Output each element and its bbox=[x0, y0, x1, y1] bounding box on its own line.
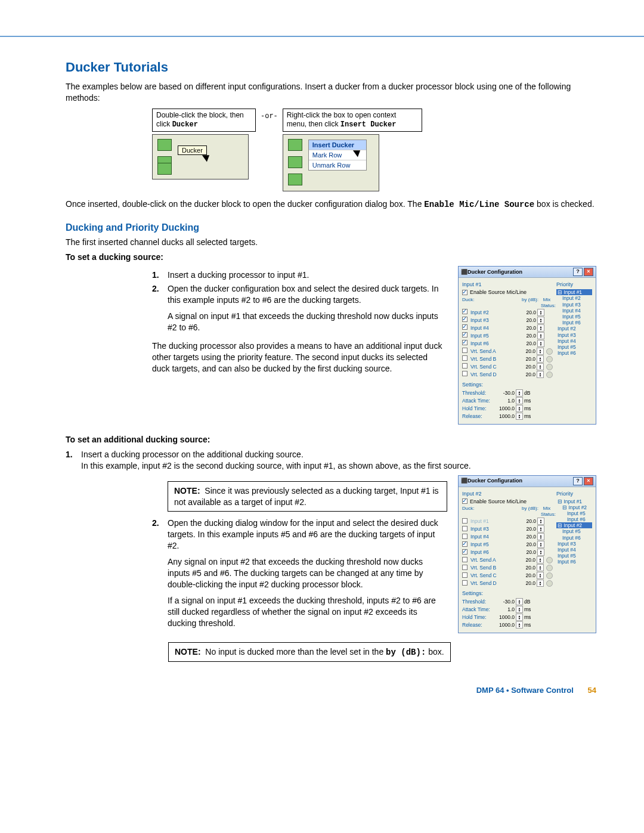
duck-row: Input #6 20.0 bbox=[462, 549, 553, 556]
duck-checkbox[interactable] bbox=[462, 317, 467, 322]
spinner[interactable] bbox=[537, 541, 544, 548]
spinner[interactable] bbox=[537, 580, 544, 587]
spinner[interactable] bbox=[516, 413, 523, 420]
duck-value: 20.0 bbox=[519, 325, 537, 331]
proc-block-icon[interactable] bbox=[157, 139, 172, 151]
duck-checkbox[interactable] bbox=[462, 332, 467, 337]
duck-checkbox[interactable] bbox=[462, 526, 467, 531]
enable-checkbox[interactable] bbox=[462, 290, 467, 295]
duck-label: Vrt. Send D bbox=[469, 371, 519, 377]
proc-block-icon[interactable] bbox=[288, 139, 302, 151]
duck-checkbox[interactable] bbox=[462, 580, 467, 586]
spinner[interactable] bbox=[537, 332, 544, 339]
menu-mark-row[interactable]: Mark Row bbox=[309, 150, 366, 160]
priority-item[interactable]: Input #2 bbox=[556, 295, 592, 301]
spinner[interactable] bbox=[537, 525, 544, 532]
priority-item[interactable]: Input #6 bbox=[556, 559, 592, 565]
duck-checkbox[interactable] bbox=[462, 348, 467, 353]
duck-checkbox[interactable] bbox=[462, 518, 467, 524]
priority-item[interactable]: Input #5 bbox=[556, 314, 592, 320]
spinner[interactable] bbox=[516, 397, 523, 404]
priority-item[interactable]: Input #4 bbox=[556, 308, 592, 314]
priority-item[interactable]: Input #6 bbox=[556, 516, 592, 522]
priority-item[interactable]: Input #3 bbox=[556, 332, 592, 338]
duck-checkbox[interactable] bbox=[462, 534, 467, 539]
duck-value: 20.0 bbox=[519, 333, 537, 339]
duck-label: Input #6 bbox=[469, 340, 519, 346]
duck-checkbox[interactable] bbox=[462, 363, 467, 368]
enable-label: Enable Source Mic/Line bbox=[470, 498, 527, 505]
context-menu: Insert Ducker Mark Row Unmark Row bbox=[308, 140, 367, 171]
duck-checkbox[interactable] bbox=[462, 340, 467, 345]
priority-item[interactable]: Input #5 bbox=[556, 344, 592, 350]
priority-item[interactable]: ⊟ Input #1 bbox=[556, 498, 592, 504]
duck-checkbox[interactable] bbox=[462, 572, 467, 578]
duck-label: Vrt. Send D bbox=[469, 580, 519, 586]
duck-row: Vrt. Send A 20.0 bbox=[462, 348, 553, 355]
spinner[interactable] bbox=[516, 405, 523, 412]
help-button[interactable]: ? bbox=[573, 477, 583, 485]
duck-label: Input #4 bbox=[469, 534, 519, 540]
priority-item[interactable]: Input #4 bbox=[556, 338, 592, 344]
spinner[interactable] bbox=[537, 556, 544, 563]
spinner[interactable] bbox=[537, 564, 544, 571]
spinner[interactable] bbox=[537, 371, 544, 378]
duck-checkbox[interactable] bbox=[462, 565, 467, 570]
priority-item[interactable]: Input #3 bbox=[556, 541, 592, 547]
spinner[interactable] bbox=[537, 549, 544, 556]
duck-row: Input #5 20.0 bbox=[462, 332, 553, 339]
close-button[interactable]: × bbox=[584, 477, 593, 485]
menu-unmark-row[interactable]: Unmark Row bbox=[309, 160, 366, 170]
duck-row: Vrt. Send D 20.0 bbox=[462, 580, 553, 587]
menu-insert-ducker[interactable]: Insert Ducker bbox=[309, 140, 366, 150]
duck-row: Input #4 20.0 bbox=[462, 324, 553, 332]
spinner[interactable] bbox=[516, 614, 523, 621]
priority-item[interactable]: Input #2 bbox=[556, 326, 592, 332]
spinner[interactable] bbox=[537, 324, 544, 332]
spinner[interactable] bbox=[516, 621, 523, 628]
priority-item[interactable]: Input #6 bbox=[556, 320, 592, 326]
spinner[interactable] bbox=[537, 348, 544, 355]
duck-checkbox[interactable] bbox=[462, 549, 467, 555]
spinner[interactable] bbox=[537, 518, 544, 525]
spinner[interactable] bbox=[516, 389, 523, 397]
proc-block-icon[interactable] bbox=[288, 156, 302, 168]
priority-item[interactable]: Input #5 bbox=[556, 510, 592, 516]
duck-checkbox[interactable] bbox=[462, 371, 467, 376]
duck-value: 20.0 bbox=[519, 580, 537, 586]
spinner[interactable] bbox=[537, 309, 544, 316]
duck-row: Input #1 20.0 bbox=[462, 518, 553, 525]
priority-item[interactable]: Input #4 bbox=[556, 547, 592, 553]
spinner[interactable] bbox=[537, 340, 544, 347]
ducker-config-dialog-1: ⬛ Ducker Configuration ? × Input #1 Enab… bbox=[458, 266, 596, 425]
priority-header: Priority bbox=[556, 281, 592, 288]
close-button[interactable]: × bbox=[584, 268, 593, 276]
priority-item[interactable]: ⊟ Input #1 bbox=[556, 289, 592, 295]
spinner[interactable] bbox=[537, 533, 544, 540]
priority-item[interactable]: ⊟ Input #2 bbox=[556, 522, 592, 528]
spinner[interactable] bbox=[537, 355, 544, 363]
spinner[interactable] bbox=[516, 598, 523, 605]
priority-item[interactable]: Input #5 bbox=[556, 553, 592, 559]
priority-item[interactable]: Input #6 bbox=[556, 535, 592, 541]
proc-block-icon[interactable] bbox=[157, 163, 172, 175]
priority-item[interactable]: Input #6 bbox=[556, 350, 592, 356]
priority-item[interactable]: ⊟ Input #2 bbox=[556, 504, 592, 510]
duck-value: 20.0 bbox=[519, 309, 537, 315]
duck-checkbox[interactable] bbox=[462, 309, 467, 314]
priority-item[interactable]: Input #3 bbox=[556, 302, 592, 308]
steps1-row: 1.Insert a ducking processor to input #1… bbox=[152, 266, 596, 425]
proc-block-icon[interactable] bbox=[288, 174, 302, 185]
spinner[interactable] bbox=[537, 317, 544, 324]
spinner[interactable] bbox=[516, 606, 523, 613]
spinner[interactable] bbox=[537, 363, 544, 370]
duck-checkbox[interactable] bbox=[462, 324, 467, 330]
duck-checkbox[interactable] bbox=[462, 557, 467, 562]
dialog-title: Ducker Configuration bbox=[467, 478, 572, 484]
enable-checkbox[interactable] bbox=[462, 498, 467, 504]
duck-checkbox[interactable] bbox=[462, 541, 467, 547]
spinner[interactable] bbox=[537, 572, 544, 579]
help-button[interactable]: ? bbox=[573, 268, 583, 276]
duck-checkbox[interactable] bbox=[462, 355, 467, 361]
priority-item[interactable]: Input #5 bbox=[556, 528, 592, 534]
